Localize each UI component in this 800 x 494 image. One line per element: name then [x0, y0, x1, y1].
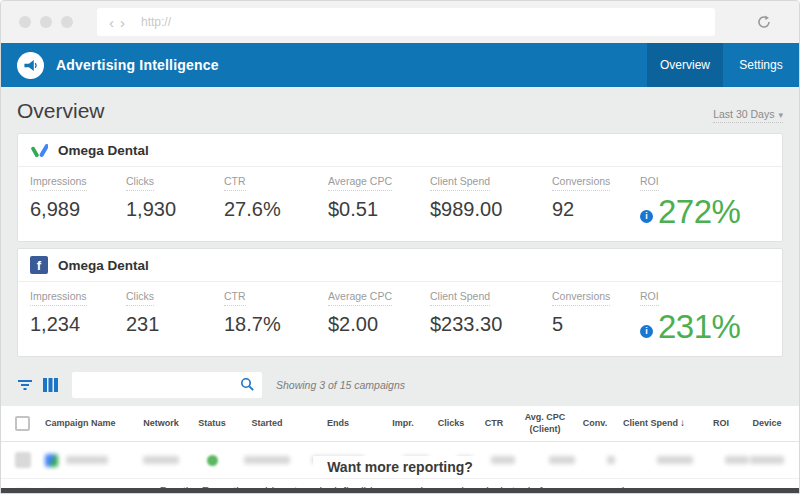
metric-value: $0.51 [328, 198, 430, 221]
roi-label: ROI [640, 175, 659, 191]
metric-value: $989.00 [430, 198, 552, 221]
app-title: Advertising Intelligence [56, 57, 647, 73]
blurred-network [143, 456, 179, 464]
metric-label: Clicks [126, 290, 154, 306]
browser-window: ‹ › http:// Advertising Intelligence Ove… [0, 0, 800, 494]
metric-label: CTR [224, 290, 246, 306]
column-header[interactable]: Conv. [575, 418, 615, 429]
blurred-number [607, 456, 615, 464]
blurred-device [750, 456, 784, 464]
status-dot [207, 455, 218, 466]
caret-down-icon: ▾ [778, 110, 783, 120]
metric-value: $233.30 [430, 313, 552, 336]
blurred-number [657, 456, 693, 464]
metric-value: 1,234 [30, 313, 126, 336]
showing-count: Showing 3 of 15 campaigns [276, 379, 405, 391]
metric-label: Clicks [126, 175, 154, 191]
campaign-table: Campaign Name Network Status Started End… [1, 406, 799, 494]
roi-label: ROI [640, 290, 659, 306]
info-icon[interactable]: i [640, 210, 653, 223]
filter-icon[interactable] [17, 378, 33, 392]
metric-value: 6,989 [30, 198, 126, 221]
metric-value: 5 [552, 313, 640, 336]
column-header[interactable]: Ends [299, 418, 377, 429]
account-name: Omega Dental [58, 258, 149, 273]
column-header-client-spend[interactable]: Client Spend↓ [615, 417, 693, 430]
row-checkbox[interactable] [15, 452, 31, 468]
table-body: Want more reporting? Buy the Reporting a… [1, 442, 799, 494]
metric-value: 231 [126, 313, 224, 336]
column-header[interactable]: ROI [693, 418, 749, 429]
window-dot[interactable] [61, 16, 73, 28]
column-header[interactable]: Started [235, 418, 299, 429]
window-dot[interactable] [40, 16, 52, 28]
column-header[interactable]: Campaign Name [45, 418, 133, 429]
account-name: Omega Dental [58, 143, 149, 158]
metric-value: $2.00 [328, 313, 430, 336]
metric-value: 1,930 [126, 198, 224, 221]
table-header: Campaign Name Network Status Started End… [1, 406, 799, 442]
metric-label: Average CPC [328, 175, 392, 191]
columns-icon[interactable] [43, 378, 58, 392]
sort-descending-icon[interactable]: ↓ [680, 417, 685, 428]
metric-label: Client Spend [430, 290, 490, 306]
summary-card-facebook: f Omega Dental Impressions1,234 Clicks23… [17, 248, 783, 357]
url-bar[interactable]: ‹ › http:// [97, 8, 715, 36]
tab-overview[interactable]: Overview [647, 43, 723, 87]
blurred-number [725, 456, 749, 464]
adwords-icon [30, 141, 48, 159]
date-range-value: Last 30 Days [713, 108, 774, 120]
column-header[interactable]: Device [749, 418, 785, 429]
search-icon[interactable] [240, 377, 255, 396]
window-dot[interactable] [19, 16, 31, 28]
metric-label: Conversions [552, 175, 610, 191]
roi-value: 231% [658, 308, 740, 346]
facebook-icon: f [30, 256, 48, 274]
metric-label: CTR [224, 175, 246, 191]
app-navbar: Advertising Intelligence Overview Settin… [1, 43, 799, 87]
window-controls [19, 16, 73, 28]
column-header[interactable]: CTR [473, 418, 515, 429]
metric-label: Average CPC [328, 290, 392, 306]
url-placeholder: http:// [141, 15, 171, 29]
roi-value: 272% [658, 193, 740, 231]
summary-card-adwords: Omega Dental Impressions6,989 Clicks1,93… [17, 133, 783, 242]
blurred-date [244, 456, 290, 464]
metric-label: Impressions [30, 290, 87, 306]
search-input[interactable] [72, 372, 262, 398]
window-bottom-edge [1, 488, 799, 493]
adwords-icon [45, 454, 58, 467]
metric-value: 27.6% [224, 198, 328, 221]
metric-value: 92 [552, 198, 640, 221]
megaphone-logo-icon [17, 52, 44, 79]
blurred-number [491, 456, 515, 464]
refresh-icon[interactable] [755, 13, 773, 31]
back-icon[interactable]: ‹ [109, 15, 114, 30]
column-header[interactable]: Avg. CPC (Client) [515, 412, 575, 435]
metric-label: Impressions [30, 175, 87, 191]
blurred-number [549, 456, 575, 464]
tab-settings[interactable]: Settings [723, 43, 799, 87]
select-all-checkbox[interactable] [15, 416, 30, 431]
column-label: Client Spend [623, 418, 678, 428]
metric-label: Conversions [552, 290, 610, 306]
browser-chrome: ‹ › http:// [1, 1, 799, 43]
metric-label: Client Spend [430, 175, 490, 191]
column-header[interactable]: Status [189, 418, 235, 429]
nav-tabs: Overview Settings [647, 43, 799, 87]
column-header[interactable]: Impr. [377, 418, 429, 429]
date-range-dropdown[interactable]: Last 30 Days▾ [713, 108, 783, 123]
info-icon[interactable]: i [640, 325, 653, 338]
page-title: Overview [17, 99, 105, 123]
metric-value: 18.7% [224, 313, 328, 336]
forward-icon[interactable]: › [120, 15, 125, 30]
blurred-campaign-name [66, 456, 108, 464]
column-header[interactable]: Clicks [429, 418, 473, 429]
upsell-heading: Want more reporting? [313, 456, 487, 478]
table-toolbar: Showing 3 of 15 campaigns [1, 363, 799, 406]
column-header[interactable]: Network [133, 418, 189, 429]
